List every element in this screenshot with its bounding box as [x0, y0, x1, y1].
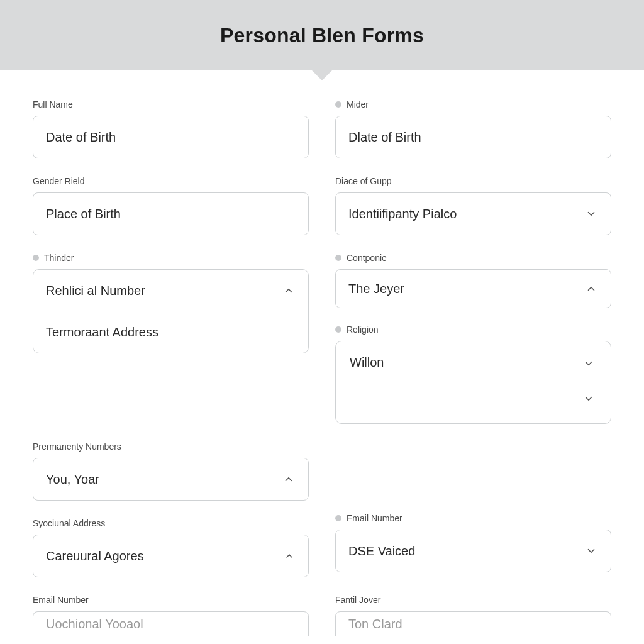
chevron-down-icon: [583, 358, 594, 372]
select-value: Careuural Agores: [46, 549, 144, 564]
input-fantil-jover[interactable]: Ton Clard: [335, 611, 611, 636]
label-diace-gupp: Diace of Gupp: [335, 176, 611, 186]
label-thinder: Thinder: [33, 253, 309, 263]
field-email-number-l: Email Number Uochional Yooaol: [33, 595, 309, 636]
select-value: The Jeyer: [348, 282, 404, 296]
label-religion: Religion: [335, 325, 611, 335]
chevron-up-icon: [283, 285, 294, 296]
label-contponie: Contponie: [335, 253, 611, 263]
chevron-up-icon: [586, 283, 597, 294]
label-prermanenty: Prermanenty Numbers: [33, 441, 309, 452]
chevron-down-icon: [586, 208, 597, 219]
label-mider: Mider: [335, 99, 611, 109]
field-thinder: Thinder Rehlici al Number Termoraant Add…: [33, 253, 309, 353]
radio-dot-icon: [335, 515, 341, 521]
select-prermanenty[interactable]: You, Yoar: [33, 458, 309, 501]
chevron-down-icon: [583, 393, 594, 407]
label-email-number-r: Email Number: [335, 513, 611, 523]
label-full-name: Full Name: [33, 99, 309, 109]
label-fantil-jover: Fantil Jover: [335, 595, 611, 605]
input-text: Date of Birth: [46, 130, 116, 145]
select-syociunal[interactable]: Careuural Agores: [33, 535, 309, 577]
row-text: Termoraant Address: [46, 325, 158, 340]
input-text: Dlate of Birth: [348, 130, 421, 145]
col-right-group-1: Contponie The Jeyer Religion Willon: [335, 253, 611, 424]
field-fantil-jover: Fantil Jover Ton Clard: [335, 595, 611, 636]
label-text: Email Number: [347, 513, 402, 523]
input-full-name[interactable]: Date of Birth: [33, 116, 309, 158]
select-email-number-r[interactable]: DSE Vaiced: [335, 530, 611, 572]
page-header: Personal Blen Forms: [0, 0, 644, 70]
label-gender: Gender Rield: [33, 176, 309, 186]
select-religion[interactable]: Willon: [335, 341, 611, 424]
select-diace-gupp[interactable]: Identiifipanty Pialco: [335, 192, 611, 235]
field-prermanenty: Prermanenty Numbers You, Yoar: [33, 441, 309, 501]
select-value: Willon: [350, 355, 384, 370]
radio-dot-icon: [335, 101, 341, 108]
form-grid: Full Name Date of Birth Mider Dlate of B…: [0, 70, 644, 636]
label-text: Religion: [347, 325, 379, 335]
select-value: You, Yoar: [46, 472, 99, 487]
chevron-up-icon: [283, 474, 294, 485]
field-syociunal: Syociunal Address Careuural Agores: [33, 518, 309, 577]
input-text: Place of Birth: [46, 207, 121, 221]
label-syociunal: Syociunal Address: [33, 518, 309, 528]
input-text: Uochional Yooaol: [46, 617, 143, 631]
label-text: Contponie: [347, 253, 387, 263]
field-diace-gupp: Diace of Gupp Identiifipanty Pialco: [335, 176, 611, 235]
row-text: Rehlici al Number: [46, 284, 145, 298]
input-mider[interactable]: Dlate of Birth: [335, 116, 611, 158]
field-gender: Gender Rield Place of Birth: [33, 176, 309, 235]
chevron-up-icon: [284, 551, 294, 561]
radio-dot-icon: [33, 255, 39, 261]
page-title: Personal Blen Forms: [220, 24, 424, 47]
field-mider: Mider Dlate of Birth: [335, 99, 611, 158]
stack-row[interactable]: Rehlici al Number: [33, 270, 308, 311]
stack-row[interactable]: Termoraant Address: [33, 311, 308, 353]
select-contponie[interactable]: The Jeyer: [335, 269, 611, 308]
select-value: Identiifipanty Pialco: [348, 207, 457, 221]
header-notch: [312, 70, 332, 80]
label-text: Mider: [347, 99, 369, 109]
field-email-number-r: Email Number DSE Vaiced: [335, 513, 611, 572]
radio-dot-icon: [335, 326, 341, 333]
label-email-number-l: Email Number: [33, 595, 309, 605]
input-email-number-l[interactable]: Uochional Yooaol: [33, 611, 309, 636]
field-full-name: Full Name Date of Birth: [33, 99, 309, 158]
stack-thinder[interactable]: Rehlici al Number Termoraant Address: [33, 269, 309, 353]
input-gender[interactable]: Place of Birth: [33, 192, 309, 235]
radio-dot-icon: [335, 255, 341, 261]
select-value: DSE Vaiced: [348, 544, 415, 558]
input-text: Ton Clard: [348, 617, 402, 631]
chevron-down-icon: [586, 545, 597, 557]
label-text: Thinder: [44, 253, 74, 263]
